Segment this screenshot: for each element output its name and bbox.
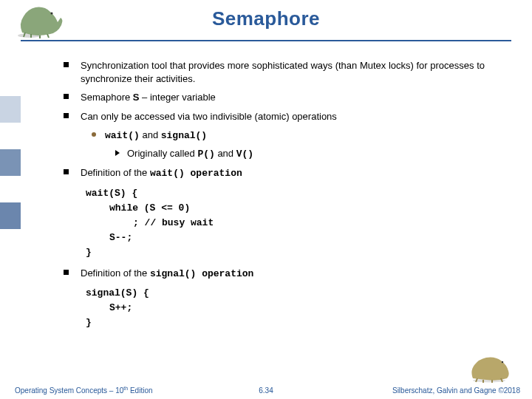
bullet-text: Definition of the signal() operation — [81, 267, 253, 281]
bullet-text: Definition of the wait() operation — [81, 166, 242, 180]
title-underline — [21, 40, 511, 41]
sub-bullet-text: wait() and signal() — [105, 129, 207, 143]
square-bullet-icon — [64, 62, 69, 67]
slide-footer: Operating System Concepts – 10th Edition… — [0, 386, 532, 395]
dinosaur-icon — [468, 353, 514, 383]
bullet-text: Semaphore S – integer variable — [81, 91, 216, 104]
svg-point-1 — [51, 13, 53, 15]
side-color-bar — [0, 96, 21, 256]
bullet-item: Can only be accessed via two indivisible… — [64, 110, 488, 123]
footer-page-number: 6.34 — [259, 386, 273, 395]
bullet-item: Definition of the wait() operation — [64, 166, 488, 180]
dinosaur-icon — [15, 3, 66, 38]
bullet-text: Can only be accessed via two indivisible… — [81, 110, 337, 123]
square-bullet-icon — [64, 113, 69, 118]
bullet-item: Semaphore S – integer variable — [64, 91, 488, 104]
square-bullet-icon — [64, 94, 69, 99]
footer-copyright: Silberschatz, Galvin and Gagne ©2018 — [392, 386, 520, 395]
bullet-item: Synchronization tool that provides more … — [64, 59, 488, 85]
bullet-item: Definition of the signal() operation — [64, 267, 488, 281]
square-bullet-icon — [64, 270, 69, 275]
dot-bullet-icon — [92, 132, 96, 137]
code-block-signal: signal(S) { S++; } — [86, 286, 488, 330]
sub-bullet-item: wait() and signal() — [92, 129, 488, 143]
bullet-text: Synchronization tool that provides more … — [81, 59, 488, 85]
slide-title: Semaphore — [0, 4, 532, 30]
slide-header: Semaphore — [0, 0, 532, 43]
sub-sub-bullet-text: Originally called P() and V() — [127, 147, 253, 161]
footer-left: Operating System Concepts – 10th Edition — [15, 386, 153, 395]
code-block-wait: wait(S) { while (S <= 0) ; // busy wait … — [86, 186, 488, 261]
svg-point-3 — [502, 361, 503, 363]
square-bullet-icon — [64, 169, 69, 174]
slide-body: Synchronization tool that provides more … — [0, 43, 532, 331]
sub-sub-bullet-item: Originally called P() and V() — [115, 147, 488, 161]
triangle-bullet-icon — [115, 150, 120, 156]
